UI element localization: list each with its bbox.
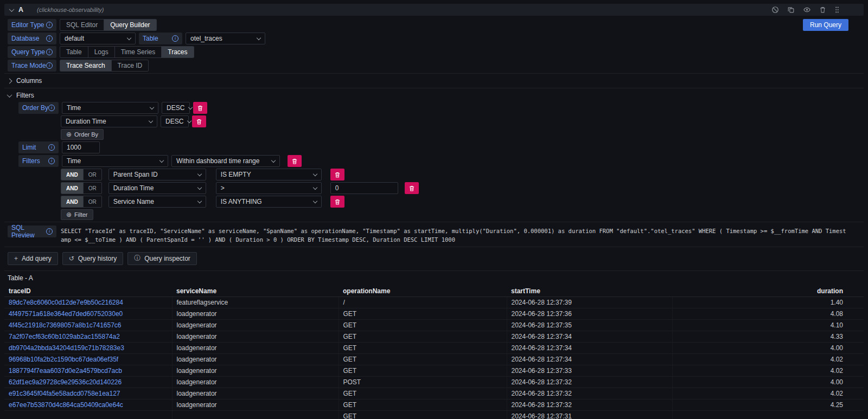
trace-link[interactable]: 96968b10fa2b2c1590bc67dea06ef35f (9, 356, 118, 363)
tab-traces[interactable]: Traces (162, 47, 193, 57)
remove-order-by-button[interactable] (193, 102, 207, 114)
filter-field-select[interactable]: Service Name (108, 196, 206, 208)
tab-sql-editor[interactable]: SQL Editor (60, 20, 104, 30)
tab-logs[interactable]: Logs (88, 47, 115, 57)
info-icon[interactable]: i (46, 228, 53, 235)
trace-link[interactable]: e67ee7b53870d4c864ca50409ca0e64c (9, 401, 123, 409)
add-query-button[interactable]: + Add query (8, 252, 58, 265)
or-option[interactable]: OR (83, 183, 101, 194)
trace-link[interactable]: 4f497571a618e364ed7ded60752030e0 (9, 310, 123, 318)
tab-time-series[interactable]: Time Series (115, 47, 162, 57)
chevron-down-icon (312, 198, 317, 203)
trace-link[interactable]: 89dc7e8c6060c0d12de7e9b50c216284 (9, 299, 123, 306)
remove-filter-button[interactable] (330, 196, 344, 208)
filters-section-header[interactable]: Filters (8, 90, 864, 101)
divider (4, 73, 864, 74)
info-icon[interactable]: i (46, 22, 53, 28)
trace-mode-row: Trace Mode i Trace Search Trace ID (8, 60, 864, 72)
collapse-query-chevron-icon[interactable] (9, 7, 15, 12)
trace-link[interactable]: e91c3645f04fa5e58adcd0758e1ea127 (9, 390, 120, 397)
cell-servicename: loadgenerator (172, 342, 339, 353)
order-by-field-select[interactable]: Duration Time (61, 115, 157, 127)
query-type-row: Query Type i Table Logs Time Series Trac… (8, 46, 864, 58)
filter-value-input[interactable] (330, 182, 398, 194)
col-header-starttime[interactable]: startTime (507, 286, 672, 297)
trace-link[interactable]: 7a2f07ecf63c60b1029ab2ac155874a2 (9, 333, 120, 340)
trace-link[interactable]: db9704a2bbda34204d159c71b78283e3 (9, 344, 124, 352)
history-icon: ↺ (69, 255, 74, 262)
info-icon[interactable]: i (46, 35, 53, 42)
chevron-down-icon (257, 35, 261, 40)
disable-query-icon[interactable] (771, 6, 779, 14)
add-order-by-button[interactable]: ⊕ Order By (61, 129, 104, 140)
order-by-row: Duration Time DESC (61, 115, 864, 127)
tab-trace-search[interactable]: Trace Search (60, 60, 112, 71)
remove-filter-button[interactable] (330, 169, 344, 181)
and-option[interactable]: AND (61, 183, 83, 194)
info-icon[interactable]: i (172, 35, 178, 42)
hide-response-eye-icon[interactable] (803, 6, 811, 14)
cell-duration: 4.10 (672, 319, 864, 331)
col-header-duration[interactable]: duration (672, 286, 864, 297)
remove-filter-button[interactable] (288, 155, 302, 167)
database-select[interactable]: default (60, 33, 136, 44)
col-header-servicename[interactable]: serviceName (172, 286, 339, 297)
tab-trace-id[interactable]: Trace ID (112, 60, 149, 71)
filter-operator-select[interactable]: IS ANYTHING (216, 196, 322, 208)
remove-filter-button[interactable] (405, 182, 419, 194)
filter-operator-select[interactable]: Within dashboard time range (171, 155, 280, 167)
filter-field-select[interactable]: Duration Time (108, 182, 206, 194)
cell-starttime: 2024-06-28 12:37:32 (507, 399, 672, 410)
chevron-down-icon (150, 105, 154, 109)
run-query-button[interactable]: Run Query (803, 19, 848, 31)
or-option[interactable]: OR (83, 196, 101, 207)
query-history-button[interactable]: ↺ Query history (62, 252, 123, 265)
info-icon[interactable]: i (46, 62, 53, 69)
duplicate-query-icon[interactable] (787, 6, 795, 14)
col-header-operationname[interactable]: operationName (339, 286, 507, 297)
query-inspector-button[interactable]: ⓘ Query inspector (127, 252, 197, 265)
col-header-traceid[interactable]: traceID (4, 286, 172, 297)
add-filter-button[interactable]: ⊕ Filter (61, 209, 93, 220)
filter-operator-select[interactable]: > (216, 182, 322, 194)
tab-table[interactable]: Table (60, 47, 88, 57)
table-select[interactable]: otel_traces (186, 33, 265, 44)
cell-operationname: GET (339, 319, 507, 331)
filter-field-select[interactable]: Time (62, 155, 168, 167)
drag-handle[interactable] (834, 6, 840, 14)
order-by-row: Order By i Time DESC (18, 102, 864, 114)
order-by-field-select[interactable]: Time (62, 102, 158, 114)
tab-query-builder[interactable]: Query Builder (104, 20, 156, 30)
trace-link[interactable]: 62df1ec9a29728c9e29536c20d140226 (9, 378, 122, 386)
conjunction-switch: AND OR (61, 196, 102, 208)
conjunction-switch: AND OR (61, 182, 102, 194)
chevron-down-icon (7, 92, 12, 98)
table-row: e67ee7b53870d4c864ca50409ca0e64c loadgen… (4, 399, 864, 410)
info-icon[interactable]: i (48, 144, 55, 151)
trace-link[interactable]: 4f45c21918c73698057a8b1c741657c6 (9, 321, 122, 329)
divider (4, 88, 864, 88)
trace-mode-switch: Trace Search Trace ID (60, 60, 149, 72)
plus-circle-icon: ⊕ (66, 211, 72, 218)
and-option[interactable]: AND (61, 196, 83, 207)
query-type-switch: Table Logs Time Series Traces (60, 46, 194, 58)
info-icon[interactable]: i (48, 158, 55, 164)
delete-query-icon[interactable] (819, 6, 826, 14)
or-option[interactable]: OR (83, 169, 101, 180)
trace-link[interactable]: 1887794f7eaa6037d0e2a4579bcd7acb (9, 367, 122, 375)
info-icon[interactable]: i (48, 105, 55, 111)
info-icon[interactable]: i (46, 49, 53, 55)
limit-input[interactable] (62, 141, 100, 153)
order-by-direction-select[interactable]: DESC (161, 115, 189, 127)
remove-order-by-button[interactable] (192, 115, 206, 127)
filter-field-select[interactable]: Parent Span ID (108, 169, 206, 181)
columns-section-header[interactable]: Columns (8, 75, 864, 86)
query-ref-id: A (18, 6, 23, 14)
divider (4, 222, 864, 222)
table-row: 96968b10fa2b2c1590bc67dea06ef35f loadgen… (4, 353, 864, 365)
order-by-direction-select[interactable]: DESC (162, 102, 190, 114)
and-option[interactable]: AND (61, 169, 83, 180)
cell-starttime: 2024-06-28 12:37:32 (507, 388, 672, 399)
filter-operator-select[interactable]: IS EMPTY (216, 169, 322, 181)
editor-type-label: Editor Type i (8, 19, 56, 31)
